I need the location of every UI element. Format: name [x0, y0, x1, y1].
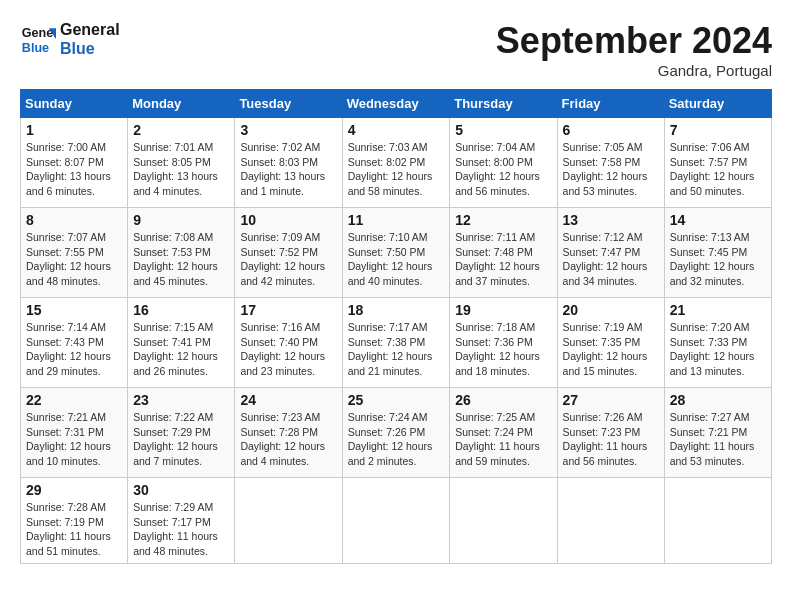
day-25: 25 Sunrise: 7:24 AMSunset: 7:26 PMDaylig… — [342, 388, 450, 478]
empty-cell-5 — [664, 478, 771, 564]
logo-icon: General Blue — [20, 21, 56, 57]
calendar-week-4: 22 Sunrise: 7:21 AMSunset: 7:31 PMDaylig… — [21, 388, 772, 478]
day-13: 13 Sunrise: 7:12 AMSunset: 7:47 PMDaylig… — [557, 208, 664, 298]
day-30: 30 Sunrise: 7:29 AMSunset: 7:17 PMDaylig… — [128, 478, 235, 564]
day-11: 11 Sunrise: 7:10 AMSunset: 7:50 PMDaylig… — [342, 208, 450, 298]
header-tuesday: Tuesday — [235, 90, 342, 118]
day-19: 19 Sunrise: 7:18 AMSunset: 7:36 PMDaylig… — [450, 298, 557, 388]
day-5: 5 Sunrise: 7:04 AMSunset: 8:00 PMDayligh… — [450, 118, 557, 208]
day-22: 22 Sunrise: 7:21 AMSunset: 7:31 PMDaylig… — [21, 388, 128, 478]
title-block: September 2024 Gandra, Portugal — [496, 20, 772, 79]
page-header: General Blue General Blue September 2024… — [20, 20, 772, 79]
header-monday: Monday — [128, 90, 235, 118]
day-8: 8 Sunrise: 7:07 AMSunset: 7:55 PMDayligh… — [21, 208, 128, 298]
day-20: 20 Sunrise: 7:19 AMSunset: 7:35 PMDaylig… — [557, 298, 664, 388]
empty-cell-2 — [342, 478, 450, 564]
header-friday: Friday — [557, 90, 664, 118]
header-wednesday: Wednesday — [342, 90, 450, 118]
day-27: 27 Sunrise: 7:26 AMSunset: 7:23 PMDaylig… — [557, 388, 664, 478]
header-sunday: Sunday — [21, 90, 128, 118]
logo: General Blue General Blue — [20, 20, 120, 58]
logo-text: General — [60, 20, 120, 39]
calendar-week-2: 8 Sunrise: 7:07 AMSunset: 7:55 PMDayligh… — [21, 208, 772, 298]
calendar-week-3: 15 Sunrise: 7:14 AMSunset: 7:43 PMDaylig… — [21, 298, 772, 388]
day-3: 3 Sunrise: 7:02 AMSunset: 8:03 PMDayligh… — [235, 118, 342, 208]
day-18: 18 Sunrise: 7:17 AMSunset: 7:38 PMDaylig… — [342, 298, 450, 388]
calendar-table: Sunday Monday Tuesday Wednesday Thursday… — [20, 89, 772, 564]
day-28: 28 Sunrise: 7:27 AMSunset: 7:21 PMDaylig… — [664, 388, 771, 478]
header-saturday: Saturday — [664, 90, 771, 118]
day-9: 9 Sunrise: 7:08 AMSunset: 7:53 PMDayligh… — [128, 208, 235, 298]
logo-subtext: Blue — [60, 39, 120, 58]
day-15: 15 Sunrise: 7:14 AMSunset: 7:43 PMDaylig… — [21, 298, 128, 388]
empty-cell-4 — [557, 478, 664, 564]
day-29: 29 Sunrise: 7:28 AMSunset: 7:19 PMDaylig… — [21, 478, 128, 564]
day-10: 10 Sunrise: 7:09 AMSunset: 7:52 PMDaylig… — [235, 208, 342, 298]
empty-cell-1 — [235, 478, 342, 564]
header-thursday: Thursday — [450, 90, 557, 118]
day-6: 6 Sunrise: 7:05 AMSunset: 7:58 PMDayligh… — [557, 118, 664, 208]
day-17: 17 Sunrise: 7:16 AMSunset: 7:40 PMDaylig… — [235, 298, 342, 388]
weekday-header-row: Sunday Monday Tuesday Wednesday Thursday… — [21, 90, 772, 118]
day-4: 4 Sunrise: 7:03 AMSunset: 8:02 PMDayligh… — [342, 118, 450, 208]
day-16: 16 Sunrise: 7:15 AMSunset: 7:41 PMDaylig… — [128, 298, 235, 388]
day-21: 21 Sunrise: 7:20 AMSunset: 7:33 PMDaylig… — [664, 298, 771, 388]
day-24: 24 Sunrise: 7:23 AMSunset: 7:28 PMDaylig… — [235, 388, 342, 478]
day-23: 23 Sunrise: 7:22 AMSunset: 7:29 PMDaylig… — [128, 388, 235, 478]
calendar-week-5: 29 Sunrise: 7:28 AMSunset: 7:19 PMDaylig… — [21, 478, 772, 564]
month-title: September 2024 — [496, 20, 772, 62]
day-26: 26 Sunrise: 7:25 AMSunset: 7:24 PMDaylig… — [450, 388, 557, 478]
day-7: 7 Sunrise: 7:06 AMSunset: 7:57 PMDayligh… — [664, 118, 771, 208]
calendar-week-1: 1 Sunrise: 7:00 AMSunset: 8:07 PMDayligh… — [21, 118, 772, 208]
day-12: 12 Sunrise: 7:11 AMSunset: 7:48 PMDaylig… — [450, 208, 557, 298]
day-14: 14 Sunrise: 7:13 AMSunset: 7:45 PMDaylig… — [664, 208, 771, 298]
day-1: 1 Sunrise: 7:00 AMSunset: 8:07 PMDayligh… — [21, 118, 128, 208]
day-2: 2 Sunrise: 7:01 AMSunset: 8:05 PMDayligh… — [128, 118, 235, 208]
svg-text:Blue: Blue — [22, 41, 49, 55]
location-subtitle: Gandra, Portugal — [496, 62, 772, 79]
empty-cell-3 — [450, 478, 557, 564]
